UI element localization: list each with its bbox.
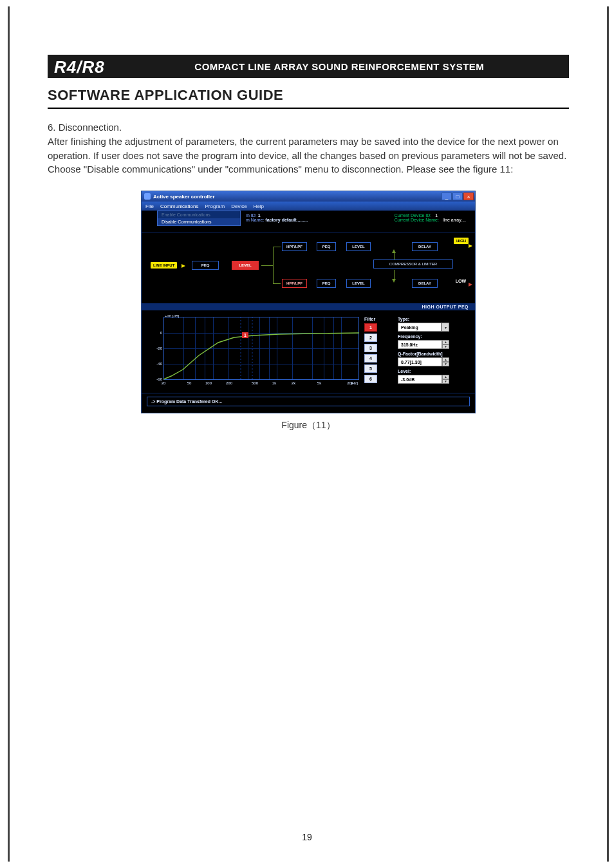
level-label: Level: [398,369,470,373]
low-level-node[interactable]: LEVEL [346,279,371,288]
page-edge-right [607,6,609,862]
chevron-down-icon[interactable]: ▾ [442,323,449,332]
high-hpflpf-node[interactable]: HPF/LPF [282,242,307,251]
status-text: -> Program Data Transfered OK... [147,397,470,406]
high-peq-node[interactable]: PEQ [317,242,336,251]
device-info: Current Device ID:1 Current Device Name:… [395,213,466,222]
wire [261,265,273,266]
low-output-tag: LOW [456,279,466,283]
x-tick: 1k [272,381,276,385]
spinner-down-icon[interactable]: ▼ [442,379,449,384]
x-tick: 200 [226,381,232,385]
filter-buttons-column: Filter 1 2 3 4 5 6 [364,314,393,392]
menu-communications[interactable]: Communications [160,203,199,209]
spinner-up-icon[interactable]: ▲ [442,357,449,362]
window-close-button[interactable]: × [463,193,474,200]
filter-button-4[interactable]: 4 [364,354,377,363]
low-hpflpf-node[interactable]: HPF/LPF [282,279,307,288]
signal-flow-diagram: LINE INPUT PEQ LEVEL HPF/LPF PEQ LEVEL D… [142,232,475,303]
spinner-up-icon[interactable]: ▲ [442,375,449,379]
app-window: Active speaker controller _ □ × File Com… [141,191,476,413]
low-delay-node[interactable]: DELAY [412,279,438,288]
figure-container: Active speaker controller _ □ × File Com… [141,191,476,431]
program-info: m ID: 1 m Name: factory default......... [246,213,308,222]
status-bar: -> Program Data Transfered OK... [142,393,475,413]
paragraph-body: After finishing the adjustment of parame… [48,136,566,175]
x-tick: 50 [187,381,192,385]
type-label: Type: [398,317,470,321]
window-titlebar[interactable]: Active speaker controller _ □ × [142,191,475,202]
low-peq-node[interactable]: PEQ [317,279,336,288]
filter-button-5[interactable]: 5 [364,364,377,373]
figure-caption: Figure（11） [141,420,476,431]
page-number: 19 [0,832,614,842]
level-value: -3.0dB [398,375,442,384]
x-tick: 5k [317,381,321,385]
panel-title: HIGH OUTPUT PEQ [142,303,475,310]
window-minimize-button[interactable]: _ [442,193,452,200]
frequency-label: Frequency: [398,334,470,339]
x-tick: 100 [205,381,212,385]
graph-panel: +20 [dB] 0 -20 -40 -60 20 50 [142,310,475,393]
top-info-area: Enable Communications Disable Communicat… [142,211,475,232]
level-spinner[interactable]: -3.0dB ▲▼ [398,375,449,384]
qfactor-label: Q-Factor[Bandwidth] [398,352,470,356]
x-unit-label: [Hz] [351,381,358,385]
high-level-node[interactable]: LEVEL [346,242,371,251]
window-maximize-button[interactable]: □ [452,193,463,200]
filter-button-2[interactable]: 2 [364,334,377,342]
wire [273,247,281,247]
high-delay-node[interactable]: DELAY [412,242,438,251]
communications-submenu[interactable]: Enable Communications Disable Communicat… [157,211,241,226]
body-paragraph: 6. Disconnection. After finishing the ad… [48,120,569,176]
response-curve: 1 [163,317,359,380]
window-title: Active speaker controller [153,194,215,200]
arrow-icon [392,249,396,253]
spinner-up-icon[interactable]: ▲ [442,340,449,344]
input-level-node[interactable]: LEVEL [232,261,259,270]
page-header: R4/R8 COMPACT LINE ARRAY SOUND REINFORCE… [48,55,569,78]
menu-file[interactable]: File [145,203,154,209]
filter-button-3[interactable]: 3 [364,344,377,352]
filter-title: Filter [364,317,393,321]
spinner-down-icon[interactable]: ▼ [442,362,449,366]
wire [273,247,274,284]
filter-button-6[interactable]: 6 [364,375,377,383]
qfactor-spinner[interactable]: 0.77[1.30] ▲▼ [398,357,449,366]
arrow-icon [181,264,185,268]
menu-help[interactable]: Help [254,203,264,209]
eq-graph[interactable]: +20 [dB] 0 -20 -40 -60 20 50 [147,314,359,389]
x-tick: 2k [292,381,295,385]
x-tick: 500 [252,381,258,385]
input-peq-node[interactable]: PEQ [192,261,219,270]
submenu-disable-comm[interactable]: Disable Communications [158,218,240,225]
product-line-label: COMPACT LINE ARRAY SOUND REINFORCEMENT S… [115,55,569,78]
y-tick: -20 [156,346,162,350]
qfactor-value: 0.77[1.30] [398,357,442,366]
line-input-tag: LINE INPUT [151,262,177,269]
arrow-icon [392,279,396,283]
filter-button-1[interactable]: 1 [364,323,377,332]
parameter-column: Type: Peaking ▾ Frequency: 315.0Hz ▲▼ Q-… [398,314,470,392]
wire [273,283,281,284]
submenu-enable-comm: Enable Communications [158,211,240,218]
section-title: SOFTWARE APPLICATION GUIDE [48,87,569,109]
x-tick: 20 [162,381,166,385]
menu-program[interactable]: Program [205,203,225,209]
page-edge-left [8,6,10,862]
paragraph-heading: 6. Disconnection. [48,122,122,133]
y-tick: -40 [156,362,162,366]
arrow-icon [469,283,472,287]
menu-device[interactable]: Device [231,203,247,209]
compressor-limiter-node[interactable]: COMPRESSOR & LIMITER [373,259,453,269]
menubar[interactable]: File Communications Program Device Help [142,202,475,211]
model-label: R4/R8 [48,55,115,78]
type-select[interactable]: Peaking ▾ [398,323,449,332]
arrow-icon [469,244,472,248]
y-tick: 0 [160,331,162,335]
frequency-value: 315.0Hz [398,340,442,349]
spinner-down-icon[interactable]: ▼ [442,344,449,349]
frequency-spinner[interactable]: 315.0Hz ▲▼ [398,340,449,349]
svg-text:1: 1 [244,333,247,337]
type-value: Peaking [398,323,442,332]
